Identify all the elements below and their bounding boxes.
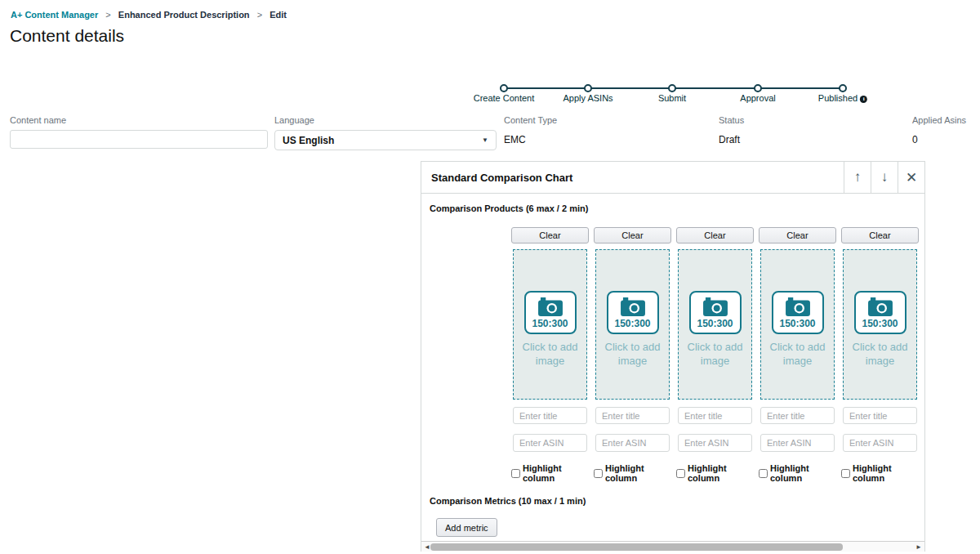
highlight-column-checkbox[interactable] [676,469,685,478]
image-ratio-text: 150:300 [862,318,898,329]
scrollbar-thumb[interactable] [430,543,843,551]
image-ratio-text: 150:300 [697,318,733,329]
content-name-label: Content name [10,115,268,125]
product-asin-input[interactable] [678,434,752,452]
step-circle-icon [839,84,847,92]
image-ratio-card: 150:300 [689,291,742,334]
product-asin-input[interactable] [595,434,670,452]
breadcrumb-item-enhanced-product-description: Enhanced Product Description [118,10,250,20]
step-circle-icon [754,84,762,92]
comparison-metrics-label: Comparison Metrics (10 max / 1 min) [430,496,916,506]
product-column: Clear 150:300 Click to add image Highlig… [676,227,754,483]
highlight-column-option[interactable]: Highlight column [594,463,671,483]
remove-module-button[interactable]: ✕ [898,162,924,193]
clear-button[interactable]: Clear [594,227,671,243]
product-title-input[interactable] [843,407,917,424]
product-column: Clear 150:300 Click to add image Highlig… [759,227,836,483]
highlight-column-label: Highlight column [605,463,671,483]
click-to-add-image-text: Click to add image [766,340,830,368]
product-asin-input[interactable] [760,434,835,452]
camera-icon [538,297,563,316]
language-select[interactable]: US English ▼ [274,130,497,150]
highlight-column-checkbox[interactable] [511,469,520,478]
highlight-column-checkbox[interactable] [841,469,850,478]
breadcrumb-item-edit: Edit [270,10,287,20]
image-ratio-card: 150:300 [524,291,577,334]
clear-button[interactable]: Clear [511,227,589,243]
click-to-add-image-text: Click to add image [601,340,665,368]
product-column: Clear 150:300 Click to add image Highlig… [841,227,919,483]
applied-asins-value: 0 [912,130,966,145]
clear-button[interactable]: Clear [676,227,754,243]
highlight-column-label: Highlight column [770,463,836,483]
add-image-dropzone[interactable]: 150:300 Click to add image [678,249,752,400]
product-asin-input[interactable] [843,434,917,452]
status-field: Status Draft [719,115,744,145]
info-icon[interactable]: i [860,96,867,103]
module-body: Comparison Products (6 max / 2 min) Clea… [421,194,924,552]
clear-button[interactable]: Clear [759,227,836,243]
add-image-dropzone[interactable]: 150:300 Click to add image [513,249,587,400]
status-value: Draft [719,130,744,145]
camera-icon [703,297,728,316]
step-circle-icon [584,84,592,92]
step-circle-icon [500,84,508,92]
module-header: Standard Comparison Chart ↑ ↓ ✕ [421,162,924,194]
progress-stepper: Create Content Apply ASINs Submit Approv… [470,82,862,105]
product-columns-row: Clear 150:300 Click to add image Highlig… [511,227,916,483]
product-column: Clear 150:300 Click to add image Highlig… [594,227,671,483]
highlight-column-option[interactable]: Highlight column [841,463,919,483]
highlight-column-option[interactable]: Highlight column [676,463,754,483]
image-ratio-card: 150:300 [607,291,659,334]
scroll-left-icon[interactable]: ◄ [424,543,430,552]
status-label: Status [719,115,744,125]
content-type-field: Content Type EMC [504,115,557,145]
add-image-dropzone[interactable]: 150:300 Click to add image [843,249,917,400]
applied-asins-field: Applied Asins 0 [912,115,966,145]
image-ratio-card: 150:300 [772,291,824,334]
breadcrumb: A+ Content Manager > Enhanced Product De… [11,10,287,20]
product-title-input[interactable] [678,407,752,424]
scroll-right-icon[interactable]: ► [915,543,922,552]
click-to-add-image-text: Click to add image [849,340,912,368]
image-ratio-text: 150:300 [614,318,650,329]
add-image-dropzone[interactable]: 150:300 Click to add image [595,249,670,400]
add-image-dropzone[interactable]: 150:300 Click to add image [760,249,835,400]
highlight-column-checkbox[interactable] [594,469,603,478]
highlight-column-label: Highlight column [688,463,754,483]
language-field: Language US English ▼ [274,115,497,150]
product-title-input[interactable] [595,407,670,424]
up-arrow-icon: ↑ [854,169,862,185]
content-name-field: Content name [10,115,268,149]
language-label: Language [274,115,497,125]
breadcrumb-separator: > [257,10,262,20]
applied-asins-label: Applied Asins [912,115,966,125]
product-asin-input[interactable] [513,434,587,452]
move-down-button[interactable]: ↓ [871,162,898,193]
product-title-input[interactable] [513,407,587,424]
image-ratio-text: 150:300 [532,318,568,329]
step-label: Create Content [474,93,535,103]
down-arrow-icon: ↓ [881,169,889,185]
step-label: Submit [658,93,686,103]
clear-button[interactable]: Clear [841,227,919,243]
highlight-column-option[interactable]: Highlight column [511,463,589,483]
highlight-column-checkbox[interactable] [759,469,768,478]
chevron-down-icon: ▼ [482,136,488,144]
close-icon: ✕ [906,169,917,186]
highlight-column-option[interactable]: Highlight column [759,463,836,483]
camera-icon [786,297,810,316]
camera-icon [868,297,893,316]
content-name-input[interactable] [10,130,268,149]
move-up-button[interactable]: ↑ [844,162,871,193]
step-label: Publishedi [818,93,867,103]
comparison-products-label: Comparison Products (6 max / 2 min) [430,203,916,213]
horizontal-scrollbar[interactable]: ◄ ► [421,541,924,552]
product-title-input[interactable] [760,407,835,424]
breadcrumb-separator: > [105,10,110,20]
page-title: Content details [10,26,124,46]
language-selected-value: US English [283,135,334,146]
breadcrumb-link-aplus-content-manager[interactable]: A+ Content Manager [11,10,98,20]
add-metric-button[interactable]: Add metric [436,518,497,537]
content-type-value: EMC [504,130,557,145]
